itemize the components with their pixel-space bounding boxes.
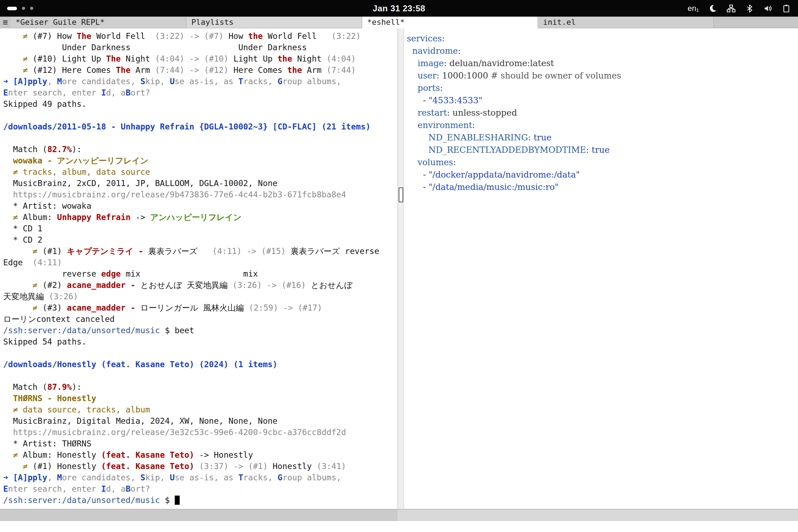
moon-icon[interactable] (708, 4, 717, 13)
text-segment: services (407, 34, 442, 44)
tab-eshell[interactable]: *eshell* (362, 17, 538, 28)
text-segment: Album: Honestly (18, 450, 101, 459)
echo-area[interactable] (0, 521, 798, 532)
text-segment: the (278, 54, 293, 63)
terminal-line: environment: (407, 119, 798, 132)
terminal-line: user: 1000:1000 # should be owner of vol… (407, 70, 798, 82)
text-segment: : (472, 120, 475, 130)
bluetooth-icon[interactable] (745, 4, 754, 13)
text-segment: -> (229, 462, 248, 471)
workspaces-icon[interactable] (727, 4, 736, 13)
text-segment: How (224, 31, 248, 41)
terminal-line: ≠ (#10) Light Up The Night (4:04) -> (#1… (3, 53, 398, 64)
terminal-line: * CD 1 (3, 223, 398, 234)
text-segment (3, 405, 13, 414)
text-segment (407, 46, 412, 56)
text-segment: (4:11) (33, 258, 62, 267)
text-segment: edge (101, 269, 121, 278)
tab-playlists[interactable]: Playlists (186, 17, 362, 28)
text-segment (3, 54, 23, 63)
text-segment: , (47, 473, 57, 482)
scrollbar-thumb[interactable] (399, 187, 403, 202)
eshell-buffer[interactable]: ≠ (#7) How The World Fell (3:22) -> (#7)… (0, 28, 398, 509)
tab-bar-menu-button[interactable]: ≡ (0, 17, 11, 28)
tab-init-el[interactable]: init.el (538, 17, 714, 28)
window-controls[interactable] (7, 7, 33, 10)
text-segment: * Artist: THØRNS (3, 439, 91, 448)
text-segment: The (116, 65, 131, 75)
yaml-buffer[interactable]: services: navidrome: image: deluan/navid… (404, 28, 798, 509)
text-segment: 裏表ラバーズ reverse (286, 247, 379, 256)
text-segment: roup albums, (282, 77, 341, 86)
text-segment: S (140, 473, 145, 482)
terminal-line: wowaka - アンハッピーリフレイン (3, 155, 398, 166)
text-segment: user (418, 71, 436, 81)
text-segment: * CD 2 (3, 235, 42, 244)
text-segment: T (238, 473, 243, 482)
text-segment: "4533:4533" (429, 96, 482, 105)
terminal-line: reverse edge mix mix (3, 268, 398, 279)
window-control-dot[interactable] (30, 7, 33, 10)
text-segment (407, 71, 418, 81)
terminal-line: ≠ (#2) acane_madder - とおせんぼ 天変地異編 (3:26)… (3, 279, 398, 291)
eshell-modeline[interactable]: U:@**@ *eshell* Bot 1710:35 (Eshell Eat-… (0, 509, 398, 521)
text-segment: 天変地異編 (3, 292, 49, 301)
text-segment: : (442, 34, 445, 44)
text-segment: nter search, enter (8, 484, 101, 493)
text-segment: : (436, 71, 442, 81)
text-segment: (feat. Kasane Teto) (101, 462, 194, 471)
text-segment: 裏表ラバーズ (143, 247, 212, 256)
text-segment (407, 145, 428, 155)
text-segment: : (458, 46, 461, 56)
terminal-line: ≠ (#3) acane_madder - ローリンガール 風林火山編 (2:5… (3, 302, 398, 313)
text-segment: roup albums, (282, 473, 341, 482)
text-segment: ort? (131, 88, 150, 97)
input-source-indicator[interactable]: en₁ (688, 4, 699, 13)
terminal-line: ➜ [A]pply, More candidates, Skip, Use as… (3, 472, 398, 483)
text-segment: , (47, 77, 57, 86)
text-segment: (#17) (298, 303, 322, 312)
text-segment: とおせんぼ (306, 281, 353, 290)
text-segment: true (533, 133, 551, 143)
text-segment: 1000:1000 (442, 71, 491, 81)
text-segment: (#12) Here Comes (28, 65, 116, 75)
volume-icon[interactable] (763, 4, 773, 13)
text-segment (407, 108, 418, 118)
text-segment: unless-stopped (452, 108, 517, 118)
text-segment (3, 167, 13, 177)
window-control-pill[interactable] (7, 7, 17, 10)
text-segment: (3:26) (49, 292, 78, 301)
window-control-dot[interactable] (22, 7, 25, 10)
terminal-line: ND_ENABLESHARING: true (407, 132, 798, 144)
terminal-line: navidrome: (407, 45, 798, 57)
text-segment: (4:11) (212, 247, 242, 256)
text-segment: ≠ (33, 247, 37, 256)
text-segment (3, 213, 13, 222)
tab-bar: ≡ *Geiser Guile REPL* Playlists *eshell*… (0, 17, 798, 28)
text-segment: (feat. Kasane Teto) (101, 450, 194, 459)
text-segment: kip, (145, 473, 170, 482)
text-segment: (7:44) (326, 65, 356, 75)
terminal-line: MusicBrainz, Digital Media, 2024, XW, No… (3, 415, 398, 427)
scrollbar[interactable] (398, 28, 404, 509)
yaml-modeline[interactable]: U:@--@ navidrome.yml All 14:0 (YAML BufF… (398, 509, 798, 521)
text-segment: ローリンガール 風林火山編 (135, 303, 249, 312)
text-segment: MusicBrainz, Digital Media, 2024, XW, No… (3, 416, 277, 426)
clipboard-icon[interactable] (782, 4, 791, 13)
tab-geiser-guile-repl[interactable]: *Geiser Guile REPL* (11, 17, 186, 28)
text-segment: mix (121, 269, 140, 278)
terminal-line: ≠ tracks, album, data source (3, 166, 398, 178)
frame-body: ≠ (#7) How The World Fell (3:22) -> (#7)… (0, 28, 798, 521)
text-segment: -> (184, 31, 204, 41)
terminal-line: /downloads/2011-05-18 - Unhappy Refrain … (3, 121, 398, 132)
text-segment: -> (262, 281, 281, 290)
text-segment: d, a (106, 484, 126, 493)
text-segment (194, 462, 199, 471)
text-segment: E (3, 484, 8, 493)
menu-bar-clock[interactable]: Jan 31 23:58 (373, 4, 426, 13)
text-segment: Edge (3, 258, 33, 267)
menu-bar-tray: en₁ (688, 4, 791, 13)
terminal-line (3, 370, 398, 381)
terminal-line: Enter search, enter Id, aBort? (3, 87, 398, 98)
text-segment: /ssh:server:/data/unsorted/music (3, 496, 160, 505)
